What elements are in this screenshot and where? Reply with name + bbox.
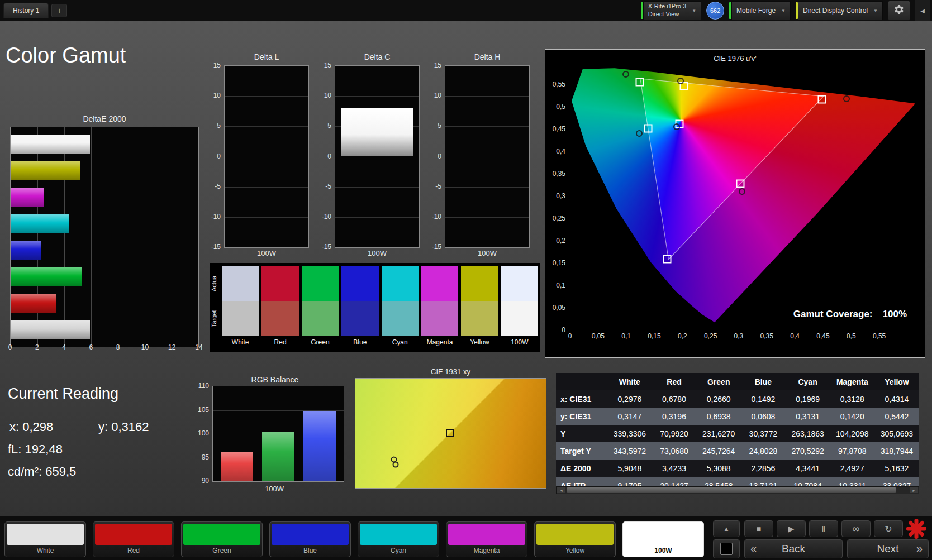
pattern-label: 100W bbox=[623, 547, 703, 554]
up-button[interactable]: ▲ bbox=[713, 520, 740, 537]
target-marker bbox=[817, 95, 826, 104]
stop-button[interactable]: ■ bbox=[744, 520, 773, 537]
value-cell: 2,4927 bbox=[830, 464, 874, 473]
next-button[interactable]: Next » bbox=[847, 539, 929, 558]
value-cell: 0,6938 bbox=[696, 412, 741, 421]
chevron-down-icon: ▼ bbox=[873, 8, 878, 13]
chart-title: Delta L bbox=[224, 52, 309, 61]
x-tick-label: 8 bbox=[116, 343, 120, 351]
swatch-label: Green bbox=[302, 336, 339, 348]
scroll-left-button[interactable]: ◄ bbox=[557, 487, 565, 493]
table-horizontal-scrollbar[interactable]: ◄ ► bbox=[556, 486, 919, 494]
target-swatch bbox=[501, 301, 538, 336]
bar-green bbox=[262, 432, 294, 481]
loop-button[interactable]: ∞ bbox=[841, 520, 871, 537]
gridline bbox=[225, 96, 308, 97]
pattern-button-yellow[interactable]: Yellow bbox=[534, 521, 616, 557]
meter-selector[interactable]: X-Rite i1Pro 3 Direct View ▼ bbox=[641, 1, 701, 20]
pattern-button-cyan[interactable]: Cyan bbox=[358, 521, 439, 557]
value-cell: 0,3128 bbox=[830, 395, 874, 404]
table-header-row: WhiteRedGreenBlueCyanMagentaYellow bbox=[556, 373, 919, 390]
reading-cdm2: cd/m²: 659,5 bbox=[8, 465, 76, 479]
source-selector[interactable]: Mobile Forge ▼ bbox=[729, 1, 791, 20]
pattern-button-100w[interactable]: 100W bbox=[622, 521, 704, 557]
value-cell: 9,1705 bbox=[607, 481, 652, 486]
gridline bbox=[225, 217, 308, 218]
back-button[interactable]: « Back bbox=[744, 539, 843, 558]
meter-dropdown[interactable]: X-Rite i1Pro 3 Direct View ▼ bbox=[643, 1, 701, 20]
pattern-button-blue[interactable]: Blue bbox=[269, 521, 351, 557]
y-tick-label: 100 bbox=[198, 429, 209, 437]
value-cell: 5,1632 bbox=[874, 464, 919, 473]
gridline bbox=[37, 127, 38, 347]
add-tab-button[interactable]: + bbox=[51, 4, 67, 17]
scrollbar-thumb[interactable] bbox=[567, 487, 896, 493]
gridline bbox=[213, 458, 344, 458]
plot-area bbox=[445, 65, 530, 248]
fl-label: fL: bbox=[8, 442, 21, 456]
rgb-balance-chart: RGB Balance 1101051009590 100W bbox=[198, 375, 340, 496]
scroll-right-button[interactable]: ► bbox=[910, 487, 918, 493]
y-tick-label: 0,2 bbox=[556, 237, 565, 245]
y-axis: 151050-5-10-15 bbox=[210, 65, 222, 247]
value-cell: 0,3196 bbox=[652, 412, 697, 421]
chart-title: CIE 1976 u'v' bbox=[545, 54, 925, 63]
source-dropdown[interactable]: Mobile Forge ▼ bbox=[731, 1, 791, 20]
x-axis-label: 100W bbox=[335, 249, 420, 257]
black-pattern-button[interactable] bbox=[713, 539, 740, 558]
header-cell: Blue bbox=[741, 377, 786, 386]
bar-cyan bbox=[11, 214, 69, 233]
header-cell: Green bbox=[696, 377, 741, 386]
row-label: ΔE ITP bbox=[556, 481, 607, 486]
history-tab[interactable]: History 1 bbox=[3, 3, 49, 18]
coverage-value: 100% bbox=[883, 309, 907, 319]
pattern-button-green[interactable]: Green bbox=[181, 521, 263, 557]
measured-marker bbox=[677, 78, 684, 84]
gridline bbox=[225, 187, 308, 188]
target-row-label: Target bbox=[211, 302, 220, 336]
value-cell: 5,9048 bbox=[607, 464, 652, 473]
display-control-dropdown[interactable]: Direct Display Control ▼ bbox=[798, 1, 883, 20]
measurement-table: WhiteRedGreenBlueCyanMagentaYellowx: CIE… bbox=[556, 373, 919, 486]
header-cell: Yellow bbox=[874, 377, 919, 386]
bar-row bbox=[11, 267, 198, 286]
value-cell: 318,7944 bbox=[874, 447, 919, 456]
y-tick-label: 0,55 bbox=[553, 80, 565, 88]
bar-row bbox=[11, 294, 198, 313]
gridline bbox=[335, 217, 419, 218]
pattern-button-magenta[interactable]: Magenta bbox=[446, 521, 527, 557]
pattern-button-red[interactable]: Red bbox=[93, 521, 174, 557]
bar-100w bbox=[11, 320, 90, 339]
header-cell: Magenta bbox=[830, 377, 874, 386]
y-axis: 1101051009590 bbox=[198, 386, 210, 481]
target-marker bbox=[644, 125, 652, 133]
reading-fl: fL: 192,48 bbox=[8, 442, 63, 457]
delta-e-2000-chart: DeltaE 2000 02468101214 bbox=[10, 114, 199, 360]
play-icon: ▶ bbox=[788, 524, 795, 533]
collapse-panel-button[interactable]: ◀ bbox=[915, 0, 930, 21]
target-marker bbox=[635, 78, 644, 87]
pattern-button-white[interactable]: White bbox=[4, 521, 86, 557]
y-tick-label: 110 bbox=[198, 382, 209, 390]
y-value: 0,3162 bbox=[111, 420, 149, 434]
next-label: Next bbox=[877, 543, 898, 555]
value-cell: 73,0680 bbox=[652, 447, 697, 456]
pause-icon: Ⅱ bbox=[822, 524, 826, 533]
measured-marker bbox=[843, 95, 850, 102]
x-tick-label: 0 bbox=[568, 332, 572, 340]
refresh-button[interactable]: ↻ bbox=[874, 520, 903, 537]
play-button[interactable]: ▶ bbox=[777, 520, 806, 537]
x-tick-label: 0,1 bbox=[621, 332, 631, 340]
row-label: Y bbox=[556, 429, 607, 438]
x-tick-label: 0,25 bbox=[704, 332, 717, 340]
swatch-column: Cyan bbox=[382, 266, 419, 348]
display-control-selector[interactable]: Direct Display Control ▼ bbox=[796, 1, 883, 20]
y-tick-label: 5 bbox=[438, 122, 441, 130]
swatch-column: Blue bbox=[341, 266, 378, 348]
cdm2-label: cd/m²: bbox=[8, 465, 42, 478]
chevron-down-icon: ▼ bbox=[692, 8, 696, 13]
x-tick-label: 14 bbox=[195, 343, 202, 351]
pause-button[interactable]: Ⅱ bbox=[809, 520, 838, 537]
y-axis: 151050-5-10-15 bbox=[320, 65, 332, 247]
settings-button[interactable] bbox=[888, 1, 910, 21]
